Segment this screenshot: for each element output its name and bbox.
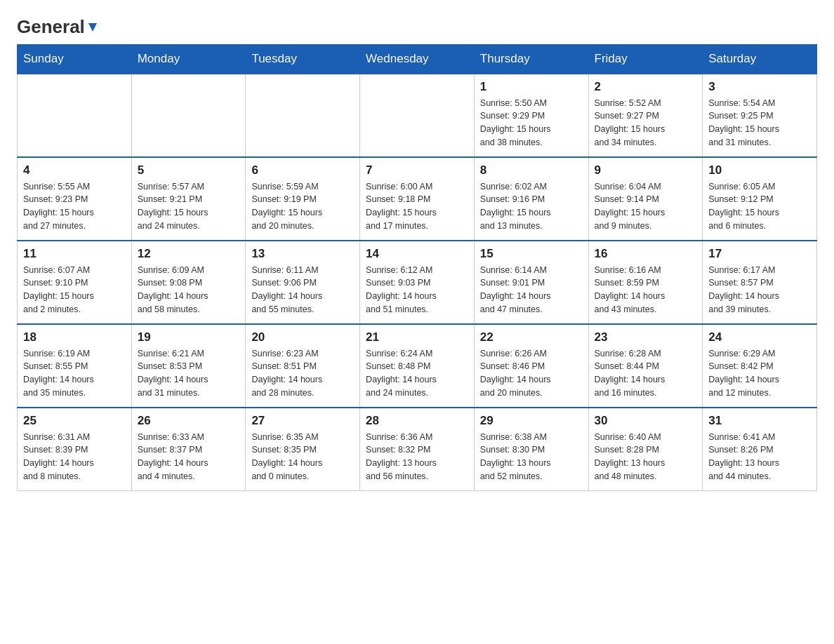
day-info: Sunrise: 5:55 AM Sunset: 9:23 PM Dayligh… — [23, 180, 126, 233]
day-info: Sunrise: 6:24 AM Sunset: 8:48 PM Dayligh… — [366, 347, 468, 400]
calendar-table: SundayMondayTuesdayWednesdayThursdayFrid… — [17, 44, 817, 491]
day-info: Sunrise: 5:57 AM Sunset: 9:21 PM Dayligh… — [138, 180, 240, 233]
day-number: 8 — [480, 163, 583, 177]
day-number: 28 — [366, 414, 468, 428]
calendar-week-2: 4Sunrise: 5:55 AM Sunset: 9:23 PM Daylig… — [18, 157, 817, 241]
day-number: 9 — [595, 163, 697, 177]
calendar-cell: 30Sunrise: 6:40 AM Sunset: 8:28 PM Dayli… — [588, 408, 703, 491]
calendar-cell: 2Sunrise: 5:52 AM Sunset: 9:27 PM Daylig… — [588, 74, 703, 157]
day-info: Sunrise: 6:33 AM Sunset: 8:37 PM Dayligh… — [138, 431, 240, 483]
calendar-cell: 25Sunrise: 6:31 AM Sunset: 8:39 PM Dayli… — [18, 408, 132, 491]
day-number: 17 — [708, 247, 811, 261]
calendar-cell — [360, 74, 475, 157]
day-number: 1 — [480, 80, 583, 94]
calendar-cell: 8Sunrise: 6:02 AM Sunset: 9:16 PM Daylig… — [474, 157, 588, 241]
calendar-header-thursday: Thursday — [474, 44, 588, 74]
day-info: Sunrise: 6:02 AM Sunset: 9:16 PM Dayligh… — [480, 180, 583, 233]
calendar-cell: 13Sunrise: 6:11 AM Sunset: 9:06 PM Dayli… — [246, 241, 360, 324]
day-info: Sunrise: 6:41 AM Sunset: 8:26 PM Dayligh… — [708, 431, 811, 483]
calendar-header-wednesday: Wednesday — [360, 44, 475, 74]
page-header: General — [17, 17, 817, 37]
day-number: 4 — [23, 163, 126, 177]
day-number: 20 — [251, 330, 354, 344]
calendar-cell — [18, 74, 132, 157]
calendar-cell: 19Sunrise: 6:21 AM Sunset: 8:53 PM Dayli… — [131, 324, 246, 408]
calendar-week-3: 11Sunrise: 6:07 AM Sunset: 9:10 PM Dayli… — [18, 241, 817, 324]
calendar-cell: 4Sunrise: 5:55 AM Sunset: 9:23 PM Daylig… — [18, 157, 132, 241]
day-info: Sunrise: 6:12 AM Sunset: 9:03 PM Dayligh… — [366, 264, 468, 316]
day-number: 12 — [138, 247, 240, 261]
day-info: Sunrise: 6:36 AM Sunset: 8:32 PM Dayligh… — [366, 431, 468, 483]
day-number: 10 — [708, 163, 811, 177]
calendar-cell: 23Sunrise: 6:28 AM Sunset: 8:44 PM Dayli… — [588, 324, 703, 408]
day-number: 13 — [251, 247, 354, 261]
day-info: Sunrise: 6:05 AM Sunset: 9:12 PM Dayligh… — [708, 180, 811, 233]
calendar-header-monday: Monday — [131, 44, 246, 74]
day-info: Sunrise: 6:38 AM Sunset: 8:30 PM Dayligh… — [480, 431, 583, 483]
calendar-week-1: 1Sunrise: 5:50 AM Sunset: 9:29 PM Daylig… — [18, 74, 817, 157]
logo-name: General — [17, 17, 99, 37]
day-number: 14 — [366, 247, 468, 261]
day-info: Sunrise: 6:23 AM Sunset: 8:51 PM Dayligh… — [251, 347, 354, 400]
calendar-cell: 3Sunrise: 5:54 AM Sunset: 9:25 PM Daylig… — [703, 74, 817, 157]
day-info: Sunrise: 5:52 AM Sunset: 9:27 PM Dayligh… — [595, 97, 697, 149]
day-info: Sunrise: 6:17 AM Sunset: 8:57 PM Dayligh… — [708, 264, 811, 316]
day-number: 31 — [708, 414, 811, 428]
calendar-cell: 29Sunrise: 6:38 AM Sunset: 8:30 PM Dayli… — [474, 408, 588, 491]
calendar-cell: 17Sunrise: 6:17 AM Sunset: 8:57 PM Dayli… — [703, 241, 817, 324]
day-number: 26 — [138, 414, 240, 428]
calendar-cell: 12Sunrise: 6:09 AM Sunset: 9:08 PM Dayli… — [131, 241, 246, 324]
day-number: 25 — [23, 414, 126, 428]
day-number: 24 — [708, 330, 811, 344]
calendar-header-tuesday: Tuesday — [246, 44, 360, 74]
day-number: 22 — [480, 330, 583, 344]
day-number: 27 — [251, 414, 354, 428]
day-number: 15 — [480, 247, 583, 261]
day-info: Sunrise: 6:19 AM Sunset: 8:55 PM Dayligh… — [23, 347, 126, 400]
day-info: Sunrise: 6:29 AM Sunset: 8:42 PM Dayligh… — [708, 347, 811, 400]
day-info: Sunrise: 6:11 AM Sunset: 9:06 PM Dayligh… — [251, 264, 354, 316]
calendar-cell: 18Sunrise: 6:19 AM Sunset: 8:55 PM Dayli… — [18, 324, 132, 408]
day-info: Sunrise: 6:00 AM Sunset: 9:18 PM Dayligh… — [366, 180, 468, 233]
day-info: Sunrise: 6:26 AM Sunset: 8:46 PM Dayligh… — [480, 347, 583, 400]
calendar-cell: 11Sunrise: 6:07 AM Sunset: 9:10 PM Dayli… — [18, 241, 132, 324]
calendar-cell — [131, 74, 246, 157]
day-number: 6 — [251, 163, 354, 177]
calendar-cell: 31Sunrise: 6:41 AM Sunset: 8:26 PM Dayli… — [703, 408, 817, 491]
calendar-cell: 5Sunrise: 5:57 AM Sunset: 9:21 PM Daylig… — [131, 157, 246, 241]
calendar-cell: 9Sunrise: 6:04 AM Sunset: 9:14 PM Daylig… — [588, 157, 703, 241]
day-number: 7 — [366, 163, 468, 177]
day-number: 2 — [595, 80, 697, 94]
day-number: 29 — [480, 414, 583, 428]
calendar-cell — [246, 74, 360, 157]
day-info: Sunrise: 6:09 AM Sunset: 9:08 PM Dayligh… — [138, 264, 240, 316]
calendar-cell: 27Sunrise: 6:35 AM Sunset: 8:35 PM Dayli… — [246, 408, 360, 491]
day-number: 16 — [595, 247, 697, 261]
day-info: Sunrise: 6:21 AM Sunset: 8:53 PM Dayligh… — [138, 347, 240, 400]
day-info: Sunrise: 6:28 AM Sunset: 8:44 PM Dayligh… — [595, 347, 697, 400]
calendar-cell: 1Sunrise: 5:50 AM Sunset: 9:29 PM Daylig… — [474, 74, 588, 157]
calendar-cell: 28Sunrise: 6:36 AM Sunset: 8:32 PM Dayli… — [360, 408, 475, 491]
day-number: 3 — [708, 80, 811, 94]
day-number: 18 — [23, 330, 126, 344]
calendar-cell: 20Sunrise: 6:23 AM Sunset: 8:51 PM Dayli… — [246, 324, 360, 408]
svg-marker-0 — [88, 23, 97, 32]
day-number: 5 — [138, 163, 240, 177]
day-number: 19 — [138, 330, 240, 344]
day-info: Sunrise: 6:40 AM Sunset: 8:28 PM Dayligh… — [595, 431, 697, 483]
day-info: Sunrise: 6:31 AM Sunset: 8:39 PM Dayligh… — [23, 431, 126, 483]
day-info: Sunrise: 6:14 AM Sunset: 9:01 PM Dayligh… — [480, 264, 583, 316]
calendar-cell: 10Sunrise: 6:05 AM Sunset: 9:12 PM Dayli… — [703, 157, 817, 241]
calendar-cell: 14Sunrise: 6:12 AM Sunset: 9:03 PM Dayli… — [360, 241, 475, 324]
calendar-cell: 21Sunrise: 6:24 AM Sunset: 8:48 PM Dayli… — [360, 324, 475, 408]
logo: General — [17, 17, 99, 37]
calendar-cell: 22Sunrise: 6:26 AM Sunset: 8:46 PM Dayli… — [474, 324, 588, 408]
calendar-week-5: 25Sunrise: 6:31 AM Sunset: 8:39 PM Dayli… — [18, 408, 817, 491]
day-info: Sunrise: 5:59 AM Sunset: 9:19 PM Dayligh… — [251, 180, 354, 233]
calendar-cell: 7Sunrise: 6:00 AM Sunset: 9:18 PM Daylig… — [360, 157, 475, 241]
day-number: 11 — [23, 247, 126, 261]
day-number: 30 — [595, 414, 697, 428]
calendar-cell: 26Sunrise: 6:33 AM Sunset: 8:37 PM Dayli… — [131, 408, 246, 491]
calendar-header-row: SundayMondayTuesdayWednesdayThursdayFrid… — [18, 44, 817, 74]
day-number: 23 — [595, 330, 697, 344]
